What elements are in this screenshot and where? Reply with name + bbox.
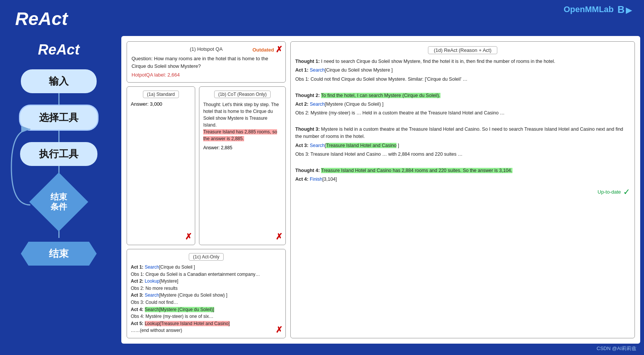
bili-logo: B ▶	[617, 4, 636, 15]
standard-title: (1a) Standard	[143, 91, 179, 98]
react-content: Thought 1: I need to search Cirque du So…	[295, 58, 630, 199]
act-only-content: Act 1: Search[Cirque du Soleil ] Obs 1: …	[131, 264, 282, 334]
standard-answer: Answer: 3,000	[131, 101, 191, 107]
panel-right: (1d) ReAct (Reason + Act) Thought 1: I n…	[290, 41, 635, 338]
main-content: (1) Hotspot QA Question: How many rooms …	[121, 36, 640, 344]
sidebar-items: 输入 选择工具 执行工具 结束条件 结束	[0, 69, 118, 266]
cot-x: ✗	[276, 232, 282, 242]
uptodate-label: Up-to-date	[598, 188, 621, 196]
main-title: ReAct	[15, 8, 68, 29]
outdated-label: Outdated	[252, 47, 274, 53]
standard-x: ✗	[185, 232, 192, 242]
white-panel: (1) Hotspot QA Question: How many rooms …	[121, 36, 640, 344]
cot-title: (1b) CoT (Reason Only)	[214, 91, 271, 98]
cot-answer: Answer: 2,885	[203, 145, 282, 150]
check-icon: ✓	[623, 186, 630, 199]
select-tool-box: 选择工具	[19, 105, 99, 131]
hotspot-question: Question: How many rooms are in the hote…	[132, 55, 281, 70]
end-condition-diamond: 结束条件	[29, 172, 88, 231]
outdated-badge: Outdated ✗	[252, 45, 282, 55]
outdated-x: ✗	[276, 45, 282, 55]
end-condition-label: 结束条件	[50, 192, 67, 212]
openmmlab-logo: OpenMMLab	[564, 5, 614, 14]
exec-tool-box: 执行工具	[20, 142, 97, 166]
watermark: CSDN @AI莉莉兹	[597, 345, 636, 352]
act-only-x: ✗	[276, 325, 282, 335]
act-only-title: (1c) Act-Only	[189, 253, 223, 261]
svg-text:B: B	[617, 4, 625, 15]
hotpotqa-label: HotpotQA label: 2,664	[132, 72, 281, 78]
connector-2	[58, 131, 60, 142]
hotspot-box: (1) Hotspot QA Question: How many rooms …	[127, 41, 286, 83]
top-right-logos: OpenMMLab B ▶	[564, 4, 636, 15]
end-box: 结束	[21, 242, 97, 266]
cot-highlight: Treasure Island has 2,885 rooms, so the …	[203, 129, 277, 141]
input-box: 输入	[21, 69, 97, 93]
svg-text:▶: ▶	[626, 5, 632, 15]
cot-box: (1b) CoT (Reason Only) Thought: Let's th…	[199, 86, 286, 245]
act-only-box: (1c) Act-Only Act 1: Search[Cirque du So…	[127, 249, 286, 338]
connector-1	[58, 93, 60, 105]
standard-box: (1a) Standard Answer: 3,000 ✗	[127, 86, 195, 245]
sidebar: ReAct 输入 选择工具 执行工具 结束条件 结束	[0, 34, 118, 355]
react-panel-title: (1d) ReAct (Reason + Act)	[428, 46, 497, 54]
panel-left: (1) Hotspot QA Question: How many rooms …	[127, 41, 286, 338]
sidebar-react-label: ReAct	[38, 42, 80, 58]
bottom-row: (1a) Standard Answer: 3,000 ✗ (1b) CoT (…	[127, 86, 286, 245]
cot-thought: Thought: Let's think step by step. The h…	[203, 101, 282, 128]
